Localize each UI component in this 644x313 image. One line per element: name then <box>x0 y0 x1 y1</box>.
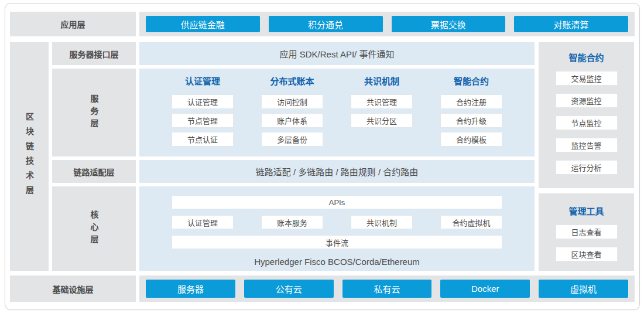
app-node-supply-chain-finance: 供应链金融 <box>146 16 260 32</box>
service-column-header: 共识机制 <box>351 75 413 88</box>
infra-node-public-cloud: 公有云 <box>244 280 334 298</box>
monitor-item: 监控告警 <box>556 138 618 152</box>
smart-contract-panel-items: 交易监控 资源监控 节点监控 监控告警 运行分析 <box>556 71 618 175</box>
service-column-contract: 智能合约 合约注册 合约升级 合约模板 <box>440 75 502 156</box>
service-column-ledger: 分布式账本 访问控制 账户体系 多层备份 <box>261 75 323 156</box>
service-item: 合约注册 <box>440 94 502 109</box>
blockchain-tech-layer-bar: 区块链技术层 <box>10 42 49 271</box>
service-item: 合约升级 <box>440 113 502 128</box>
core-layer-label-text: 核心层 <box>88 210 100 247</box>
monitor-item: 节点监控 <box>556 115 618 130</box>
service-item: 多层备份 <box>261 132 323 147</box>
management-tools-items: 日志查看 区块查看 <box>556 224 618 261</box>
architecture-diagram: 应用层 供应链金融 积分通兑 票据交换 对账清算 区块链技术层 服务器接口层 服… <box>0 0 644 313</box>
link-layer-label: 链路适配层 <box>52 160 136 183</box>
service-column-header: 智能合约 <box>440 75 502 88</box>
app-node-bill-exchange: 票据交换 <box>392 16 506 32</box>
app-layer-button-row: 供应链金融 积分通兑 票据交换 对账清算 <box>139 12 635 36</box>
platforms-text: Hyperledger Fisco BCOS/Corda/Ethereum <box>172 257 502 267</box>
tool-item: 区块查看 <box>556 247 618 261</box>
event-stream-bar: 事件流 <box>172 235 502 249</box>
service-column-header: 分布式账本 <box>261 75 323 88</box>
app-node-points-exchange: 积分通兑 <box>269 16 383 32</box>
service-item: 合约模板 <box>440 132 502 147</box>
service-item: 访问控制 <box>261 94 323 109</box>
core-modules-row: 认证管理 账本服务 共识机制 合约虚拟机 <box>172 215 502 229</box>
service-layer-label-text: 服务层 <box>88 94 100 131</box>
infra-node-private-cloud: 私有云 <box>342 280 432 298</box>
apis-bar: APIs <box>172 195 502 209</box>
link-layer-content: 链路适配 / 多链路由 / 路由规则 / 合约路由 <box>139 160 535 183</box>
smart-contract-panel: 智能合约 交易监控 资源监控 节点监控 监控告警 运行分析 <box>539 42 634 188</box>
app-node-reconciliation-clearing: 对账清算 <box>514 16 628 32</box>
interface-layer-label: 服务器接口层 <box>52 42 136 65</box>
tool-item: 日志查看 <box>556 224 618 239</box>
service-item: 节点管理 <box>172 113 234 128</box>
blockchain-tech-layer-label: 区块链技术层 <box>23 113 35 200</box>
service-item: 共识分区 <box>351 113 413 128</box>
smart-contract-panel-title: 智能合约 <box>568 51 604 63</box>
service-item: 节点认证 <box>172 132 234 147</box>
core-module: 认证管理 <box>172 215 234 229</box>
management-tools-panel: 管理工具 日志查看 区块查看 <box>539 193 634 271</box>
service-column-header: 认证管理 <box>172 75 234 88</box>
core-layer-label: 核心层 <box>52 186 136 271</box>
core-module: 共识机制 <box>351 215 413 229</box>
monitor-item: 资源监控 <box>556 93 618 108</box>
management-tools-title: 管理工具 <box>568 205 604 217</box>
core-module: 合约虚拟机 <box>440 215 502 229</box>
infra-layer-label: 基础设施层 <box>10 275 136 302</box>
service-layer-panel: 认证管理 认证管理 节点管理 节点认证 分布式账本 访问控制 账户体系 多层备份… <box>139 69 535 156</box>
service-column-auth: 认证管理 认证管理 节点管理 节点认证 <box>172 75 234 156</box>
monitor-item: 运行分析 <box>556 160 618 175</box>
service-layer-label: 服务层 <box>52 69 136 156</box>
core-layer-panel: APIs 认证管理 账本服务 共识机制 合约虚拟机 事件流 Hyperledge… <box>139 186 535 271</box>
monitor-item: 交易监控 <box>556 71 618 86</box>
service-item: 账户体系 <box>261 113 323 128</box>
service-column-consensus: 共识机制 共识管理 共识分区 <box>351 75 413 156</box>
infra-node-vm: 虚拟机 <box>539 280 628 298</box>
service-item: 认证管理 <box>172 94 234 109</box>
interface-layer-content: 应用 SDK/Rest API/ 事件通知 <box>139 42 535 65</box>
infra-layer-button-row: 服务器 公有云 私有云 Docker 虚拟机 <box>139 275 635 302</box>
service-item: 共识管理 <box>351 94 413 109</box>
infra-node-server: 服务器 <box>146 280 235 298</box>
app-layer-label: 应用层 <box>10 12 136 36</box>
core-module: 账本服务 <box>261 215 323 229</box>
infra-node-docker: Docker <box>440 280 530 298</box>
